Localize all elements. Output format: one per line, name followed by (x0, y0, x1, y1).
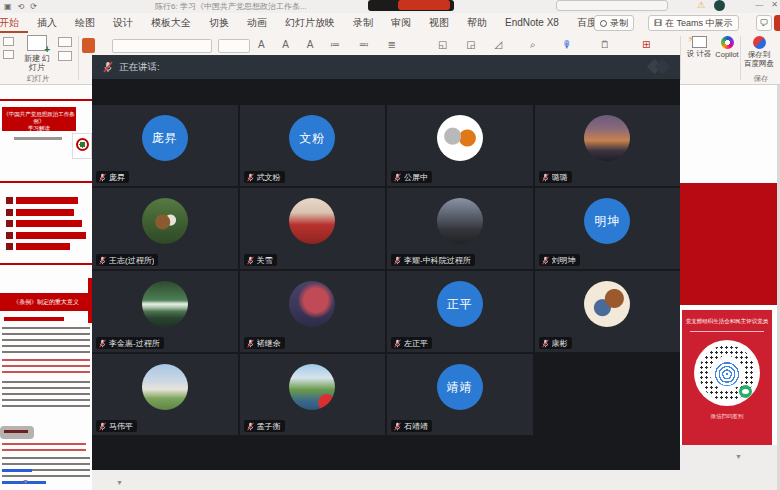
ribbon-tab[interactable]: 开始 (0, 13, 28, 33)
font-size-select[interactable] (218, 39, 250, 53)
participant-name: 庞昇 (109, 172, 125, 183)
participant-name: 李金惠-过程所 (109, 338, 160, 349)
warning-icon[interactable]: ⚠ (697, 0, 705, 10)
participant-tile[interactable]: 靖靖 石靖靖 (387, 354, 533, 435)
participant-tile[interactable]: 褚继余 (240, 271, 386, 352)
promo-button[interactable] (398, 0, 450, 10)
minimize-button[interactable]: — (755, 0, 763, 9)
present-in-teams-button[interactable]: 🎞 在 Teams 中展示 (648, 15, 739, 31)
shapes-icons[interactable]: ◱ ◲ ◿ (438, 39, 510, 50)
participant-avatar (142, 364, 188, 410)
grid-view-icon[interactable]: ⊞ (642, 39, 658, 50)
paragraph-icons[interactable]: ≔ ≕ ≣ (330, 39, 404, 50)
participant-avatar (289, 364, 335, 410)
section-icon[interactable] (58, 51, 72, 61)
participant-tile[interactable]: 李耀-中科院过程所 (387, 188, 533, 269)
scroll-down-icon[interactable]: ▼ (116, 479, 123, 486)
mic-muted-icon (246, 173, 255, 182)
paste-icon[interactable] (82, 38, 95, 53)
participant-tile[interactable]: 文粉 武文粉 (240, 105, 386, 186)
participant-avatar (584, 115, 630, 161)
agenda-list (6, 197, 90, 255)
hyperlink-text[interactable] (2, 469, 32, 472)
comments-button[interactable]: 🗩 (756, 15, 772, 31)
participant-tile[interactable]: 公屏中 (387, 105, 533, 186)
participant-tile[interactable]: 康彬 (535, 271, 681, 352)
participant-tile[interactable]: 王志(过程所) (92, 188, 238, 269)
window-title: 陈行6: 学习《中国共产党思想政治工作条... (155, 1, 380, 12)
copilot-button[interactable]: Copilot (712, 36, 742, 60)
participant-name-chip: 石靖靖 (391, 420, 432, 432)
designer-button[interactable]: 设 计器 (684, 36, 714, 59)
meeting-overlay: 正在讲话: 庞昇 庞昇 文粉 武文粉 (92, 55, 680, 470)
participant-name: 关雪 (257, 255, 273, 266)
ribbon-tab[interactable]: 动画 (238, 13, 276, 33)
undo-icon[interactable]: ⟲ (18, 1, 25, 12)
share-button[interactable] (774, 15, 780, 31)
participant-tile[interactable]: 孟子衡 (240, 354, 386, 435)
participant-name: 孟子衡 (257, 421, 281, 432)
reset-mini-icon[interactable] (3, 50, 14, 59)
new-slide-button[interactable]: 新建 幻灯片 (20, 35, 54, 72)
participant-tile[interactable]: 正平 左正平 (387, 271, 533, 352)
mic-muted-icon (246, 422, 255, 431)
participant-name-chip: 左正平 (391, 337, 432, 349)
ribbon-tab-row: 开始 插入 绘图 设计 模板大全 切换 动画 幻灯片放映 录制 审阅 视图 帮助… (0, 13, 780, 33)
participant-name-chip: 公屏中 (391, 171, 432, 183)
font-format-icons[interactable]: A A A (258, 39, 321, 50)
mic-muted-icon (98, 422, 107, 431)
participant-tile[interactable]: 庞昇 庞昇 (92, 105, 238, 186)
ribbon-tab[interactable]: 插入 (28, 13, 66, 33)
ribbon-tab[interactable]: 绘图 (66, 13, 104, 33)
qr-title: 党支部组织生活会和民主评议党员 (682, 318, 772, 325)
search-box[interactable] (556, 0, 668, 11)
mic-muted-icon (102, 61, 114, 73)
mic-muted-icon (393, 422, 402, 431)
save-icon[interactable]: ▣ (4, 1, 12, 12)
participant-avatar (437, 115, 483, 161)
ribbon-tab[interactable]: 审阅 (382, 13, 420, 33)
mic-muted-icon (246, 256, 255, 265)
find-icon[interactable]: ⌕ (530, 39, 544, 51)
slides-group-label: 幻灯片 (16, 74, 60, 84)
ribbon-tab[interactable]: 视图 (420, 13, 458, 33)
participant-tile[interactable]: 明坤 刘明坤 (535, 188, 681, 269)
participant-tile[interactable]: 马伟平 (92, 354, 238, 435)
font-name-select[interactable] (112, 39, 212, 53)
comment-icon: 🗩 (760, 18, 769, 28)
participant-name: 王志(过程所) (109, 255, 154, 266)
participant-avatar: 正平 (437, 281, 483, 327)
scroll-down-icon[interactable]: ▼ (735, 453, 742, 460)
mic-muted-icon (541, 256, 550, 265)
meeting-header[interactable]: 正在讲话: (92, 55, 680, 79)
layout-icon[interactable] (58, 37, 72, 47)
mic-muted-icon (393, 256, 402, 265)
participant-name-chip: 孟子衡 (244, 420, 285, 432)
account-avatar[interactable] (714, 0, 725, 11)
record-button[interactable]: 录制 (594, 15, 634, 31)
participant-name: 李耀-中科院过程所 (404, 255, 471, 266)
participant-tile[interactable]: 李金惠-过程所 (92, 271, 238, 352)
participant-name: 璐璐 (552, 172, 568, 183)
ribbon-tab[interactable]: 帮助 (458, 13, 496, 33)
participant-tile[interactable]: 璐璐 (535, 105, 681, 186)
save-to-baidu-button[interactable]: 保存到 百度网盘 (744, 36, 774, 68)
participant-avatar (142, 281, 188, 327)
participant-name: 马伟平 (109, 421, 133, 432)
layout-mini-icon[interactable] (3, 37, 14, 46)
participant-avatar (289, 198, 335, 244)
close-button[interactable]: ✕ (771, 0, 778, 9)
participant-name: 左正平 (404, 338, 428, 349)
clipboard-icon[interactable]: 🗒 (600, 39, 618, 50)
ribbon-tab[interactable]: 模板大全 (142, 13, 200, 33)
ribbon-tab[interactable]: 幻灯片放映 (276, 13, 344, 33)
ribbon-tab[interactable]: 录制 (344, 13, 382, 33)
dictate-mic-icon[interactable]: 🎙 (562, 39, 580, 50)
redo-icon[interactable]: ⟳ (30, 1, 37, 12)
ribbon-tab[interactable]: 设计 (104, 13, 142, 33)
participant-avatar: 明坤 (584, 198, 630, 244)
scroll-down-icon[interactable]: ▼ (22, 478, 29, 485)
ribbon-tab[interactable]: EndNote X8 (496, 13, 568, 33)
participant-tile[interactable]: 关雪 (240, 188, 386, 269)
ribbon-tab[interactable]: 切换 (200, 13, 238, 33)
